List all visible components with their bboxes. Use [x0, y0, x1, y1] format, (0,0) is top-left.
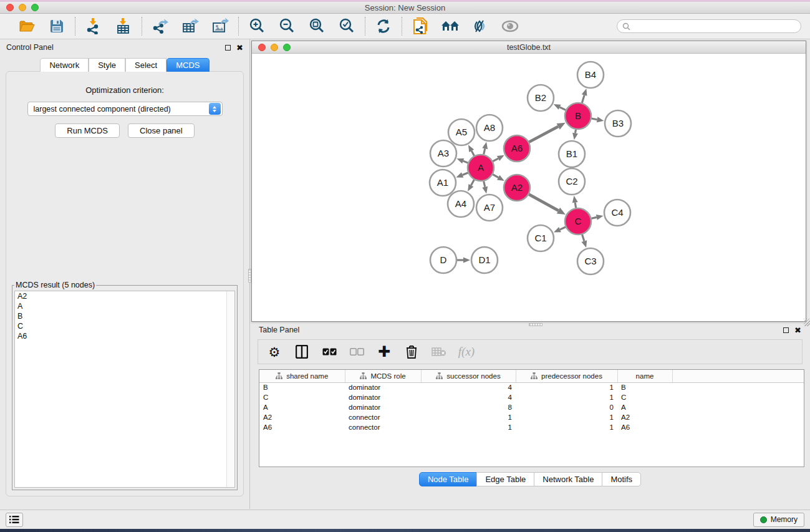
network-window-titlebar[interactable]: testGlobe.txt	[252, 41, 806, 54]
tab-style[interactable]: Style	[89, 58, 125, 72]
table-row[interactable]: Cdominator41C	[259, 392, 804, 402]
graph-edge[interactable]	[592, 118, 597, 120]
tab-select[interactable]: Select	[125, 58, 166, 72]
float-table-panel-icon[interactable]	[783, 327, 789, 333]
zoom-out-icon[interactable]	[277, 17, 296, 35]
tab-mcds[interactable]: MCDS	[166, 58, 209, 72]
graph-edge[interactable]	[463, 161, 468, 163]
list-item[interactable]: A2	[15, 291, 234, 301]
new-network-from-selection-icon[interactable]	[411, 17, 430, 35]
export-table-icon[interactable]	[181, 17, 200, 35]
list-item[interactable]: A	[15, 301, 234, 311]
search-field[interactable]	[617, 19, 801, 33]
export-network-icon[interactable]	[151, 17, 170, 35]
node-table[interactable]: shared nameMCDS rolesuccessor nodesprede…	[259, 369, 804, 467]
graph-edge[interactable]	[529, 195, 558, 211]
graph-edge[interactable]	[529, 127, 558, 142]
table-row[interactable]: Adominator80A	[259, 402, 804, 412]
table-cell[interactable]: C	[617, 392, 672, 402]
search-input[interactable]	[634, 22, 796, 31]
open-session-icon[interactable]	[17, 17, 36, 35]
table-cell[interactable]: connector	[345, 422, 421, 432]
hide-graphics-details-icon[interactable]	[471, 17, 489, 35]
zoom-in-icon[interactable]	[248, 17, 266, 35]
birds-eye-view-icon[interactable]	[501, 17, 519, 35]
function-builder-icon[interactable]: f(x)	[459, 344, 474, 359]
delete-table-icon[interactable]	[432, 344, 446, 359]
table-cell[interactable]: dominator	[345, 402, 421, 412]
settings-gear-icon[interactable]: ⚙	[267, 344, 282, 359]
table-cell[interactable]: B	[259, 382, 345, 392]
graph-edge[interactable]	[471, 151, 474, 156]
column-header[interactable]: name	[617, 370, 672, 382]
table-cell[interactable]: 1	[516, 392, 617, 402]
column-header[interactable]: MCDS role	[345, 370, 421, 382]
table-cell[interactable]: 1	[516, 412, 617, 422]
network-canvas[interactable]: B4B2BB3A5A8A6A3B1AC2A1A2A4A7C4CC1DD1C3	[252, 54, 806, 321]
table-cell[interactable]: dominator	[345, 392, 421, 402]
graph-edge[interactable]	[582, 95, 584, 103]
tab-edge-table[interactable]: Edge Table	[476, 472, 534, 486]
graph-edge[interactable]	[560, 227, 566, 230]
list-scrollbar[interactable]	[226, 291, 234, 487]
import-table-icon[interactable]	[114, 17, 133, 35]
table-cell[interactable]: A	[259, 402, 345, 412]
table-cell[interactable]: C	[259, 392, 345, 402]
graph-edge[interactable]	[484, 148, 485, 154]
import-network-icon[interactable]	[84, 17, 103, 35]
graph-edge[interactable]	[493, 158, 498, 162]
cybrowser-home-icon[interactable]	[441, 17, 460, 35]
table-cell[interactable]: connector	[345, 412, 421, 422]
table-cell[interactable]: 1	[421, 422, 516, 432]
select-all-checks-icon[interactable]	[322, 344, 337, 359]
table-cell[interactable]: 4	[421, 382, 516, 392]
task-history-button[interactable]	[6, 513, 23, 527]
add-column-icon[interactable]: ✚	[377, 344, 392, 359]
show-columns-icon[interactable]	[294, 344, 309, 359]
deselect-all-checks-icon[interactable]	[349, 344, 364, 359]
memory-button[interactable]: Memory	[753, 513, 804, 527]
float-panel-icon[interactable]	[225, 45, 231, 51]
close-panel-button[interactable]: Close panel	[128, 123, 195, 138]
zoom-fit-icon[interactable]	[307, 17, 326, 35]
graph-edge[interactable]	[463, 173, 468, 175]
graph-edge[interactable]	[575, 203, 576, 208]
export-image-icon[interactable]	[211, 17, 229, 35]
table-cell[interactable]: 8	[421, 402, 516, 412]
tab-network[interactable]: Network	[40, 58, 89, 72]
mcds-result-list[interactable]: A2ABCA6	[14, 291, 235, 488]
network-graph[interactable]: B4B2BB3A5A8A6A3B1AC2A1A2A4A7C4CC1DD1C3	[252, 54, 806, 321]
list-item[interactable]: B	[15, 311, 234, 321]
table-row[interactable]: A2connector11A2	[259, 412, 804, 422]
graph-edge[interactable]	[591, 217, 596, 218]
table-cell[interactable]: A6	[259, 422, 345, 432]
table-cell[interactable]: 1	[421, 412, 516, 422]
column-header[interactable]: predecessor nodes	[516, 370, 617, 382]
save-session-icon[interactable]	[47, 17, 66, 35]
graph-edge[interactable]	[471, 180, 474, 185]
graph-edge[interactable]	[576, 130, 576, 133]
run-mcds-button[interactable]: Run MCDS	[55, 123, 120, 138]
table-cell[interactable]: B	[617, 382, 672, 392]
table-row[interactable]: A6connector11A6	[259, 422, 804, 432]
table-row[interactable]: Bdominator41B	[259, 382, 804, 392]
list-item[interactable]: C	[15, 321, 234, 331]
table-cell[interactable]: 1	[516, 422, 617, 432]
graph-edge[interactable]	[484, 181, 485, 186]
list-item[interactable]: A6	[15, 331, 234, 341]
zoom-selected-icon[interactable]	[337, 17, 356, 35]
close-panel-icon[interactable]: ✖	[236, 45, 243, 51]
table-cell[interactable]: A	[617, 402, 672, 412]
graph-edge[interactable]	[493, 175, 498, 178]
delete-column-icon[interactable]	[404, 344, 419, 359]
table-cell[interactable]: 0	[516, 402, 617, 412]
table-cell[interactable]: 1	[516, 382, 617, 392]
graph-edge[interactable]	[560, 107, 566, 110]
column-header[interactable]: shared name	[259, 370, 345, 382]
close-table-panel-icon[interactable]: ✖	[794, 327, 801, 333]
tab-node-table[interactable]: Node Table	[419, 472, 478, 486]
column-header[interactable]: successor nodes	[421, 370, 516, 382]
table-cell[interactable]: A6	[617, 422, 672, 432]
table-cell[interactable]: A2	[617, 412, 672, 422]
split-divider-vertical-grip[interactable]	[248, 269, 251, 283]
